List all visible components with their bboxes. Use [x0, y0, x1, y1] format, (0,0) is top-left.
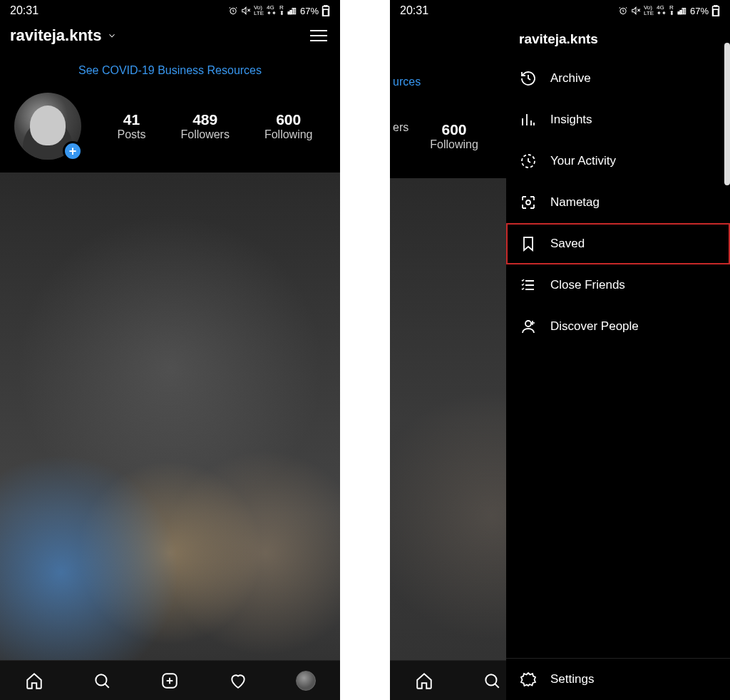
drawer-item-label: Discover People	[550, 319, 639, 334]
drawer-item-label: Saved	[550, 237, 585, 251]
status-bar: 20:31 Vo)LTE 4G✦✦ R⬍ 67%	[0, 0, 340, 21]
network-text-3: R⬍	[279, 5, 284, 16]
nav-home[interactable]	[24, 671, 44, 691]
nav-avatar-icon	[296, 671, 316, 691]
stat-following-label: Following	[264, 128, 313, 141]
drawer-item-label: Archive	[550, 71, 591, 86]
add-story-badge[interactable]: +	[63, 141, 83, 161]
status-right: Vo)LTE 4G✦✦ R⬍ 67%	[228, 5, 330, 16]
drawer-item-saved[interactable]: Saved	[506, 223, 730, 264]
status-time: 20:31	[10, 4, 38, 17]
profile-section: + 41 Posts 489 Followers 600 Following	[0, 87, 340, 173]
mute-icon	[241, 6, 251, 16]
scrollbar[interactable]	[724, 43, 730, 185]
nametag-icon	[519, 193, 538, 212]
battery-text: 67%	[300, 6, 319, 16]
nav-add[interactable]	[160, 671, 180, 691]
chevron-down-icon	[107, 26, 117, 45]
nav-search[interactable]	[92, 671, 112, 691]
battery-icon	[322, 5, 330, 16]
covid-banner-text: See COVID-19 Business Resources	[78, 64, 262, 76]
stat-posts-label: Posts	[117, 128, 145, 141]
svg-point-4	[96, 674, 106, 685]
stat-posts-value: 41	[117, 111, 145, 128]
nav-activity[interactable]	[228, 671, 248, 691]
stats-partial: ers 600 Following	[390, 121, 478, 151]
stat-followers[interactable]: 489 Followers	[180, 111, 229, 141]
signal-icon	[287, 6, 297, 16]
avatar-container[interactable]: +	[14, 93, 81, 160]
covid-partial: urces	[390, 76, 421, 88]
discover-people-icon	[519, 317, 538, 336]
menu-button[interactable]	[307, 27, 330, 44]
profile-header: raviteja.knts	[0, 21, 340, 54]
username-dropdown[interactable]: raviteja.knts	[10, 26, 117, 45]
stat-followers-value: 489	[180, 111, 229, 128]
nav-profile[interactable]	[296, 671, 316, 691]
drawer-footer: Settings	[506, 658, 730, 700]
stat-following[interactable]: 600 Following	[264, 111, 313, 141]
username-text: raviteja.knts	[10, 26, 101, 45]
drawer-item-label: Insights	[550, 113, 592, 127]
stat-posts[interactable]: 41 Posts	[117, 111, 145, 141]
stat-following-value: 600	[264, 111, 313, 128]
drawer-item-label: Your Activity	[550, 154, 616, 168]
drawer-item-insights[interactable]: Insights	[506, 99, 730, 140]
drawer-item-label: Settings	[550, 672, 594, 686]
drawer-item-close-friends[interactable]: Close Friends	[506, 264, 730, 306]
network-text: Vo)LTE	[254, 5, 264, 16]
svg-point-10	[485, 674, 496, 685]
nav-search[interactable]	[482, 671, 502, 691]
drawer-item-your-activity[interactable]: Your Activity	[506, 140, 730, 182]
svg-point-14	[525, 321, 531, 326]
drawer-item-discover-people[interactable]: Discover People	[506, 306, 730, 347]
svg-rect-2	[324, 5, 327, 6]
insights-icon	[519, 110, 538, 129]
bottom-nav	[0, 660, 340, 700]
alarm-icon	[228, 6, 238, 16]
covid-banner[interactable]: See COVID-19 Business Resources	[0, 54, 340, 87]
drawer-list: Archive Insights Your Activity Nametag S…	[506, 58, 730, 658]
network-text-2: 4G✦✦	[267, 5, 277, 16]
stat-following-partial: 600 Following	[430, 121, 478, 151]
feed-grid-blurred	[0, 173, 340, 660]
drawer-item-archive[interactable]: Archive	[506, 58, 730, 99]
drawer-item-nametag[interactable]: Nametag	[506, 182, 730, 223]
stat-followers-label: Followers	[180, 128, 229, 141]
nav-home[interactable]	[414, 671, 434, 691]
close-friends-icon	[519, 276, 538, 294]
activity-icon	[519, 152, 538, 170]
drawer-item-label: Close Friends	[550, 278, 625, 292]
svg-rect-3	[323, 9, 328, 16]
profile-stats: 41 Posts 489 Followers 600 Following	[100, 111, 330, 141]
drawer-item-label: Nametag	[550, 195, 600, 210]
stat-followers-partial: ers	[393, 121, 408, 151]
phone-left: 20:31 Vo)LTE 4G✦✦ R⬍ 67% raviteja.knts S…	[0, 0, 340, 700]
settings-icon	[519, 670, 538, 689]
drawer-item-settings[interactable]: Settings	[506, 659, 730, 700]
saved-icon	[519, 235, 538, 253]
archive-icon	[519, 69, 538, 88]
phone-right: 20:31 Vo)LTE 4G✦✦ R⬍ 67% urces ers	[390, 0, 730, 700]
drawer-username: raviteja.knts	[506, 21, 730, 58]
svg-point-13	[526, 200, 530, 205]
side-drawer: raviteja.knts Archive Insights Your Acti…	[506, 21, 730, 700]
